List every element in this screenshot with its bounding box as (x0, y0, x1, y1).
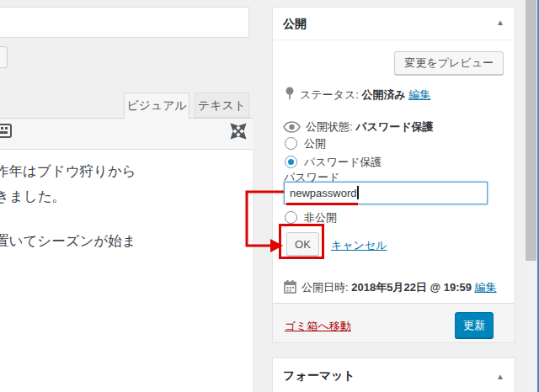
status-label: ステータス: (300, 88, 359, 101)
status-value: 公開済み (361, 88, 405, 101)
date-edit-link[interactable]: 編集 (475, 281, 497, 294)
fullscreen-icon[interactable] (230, 123, 247, 140)
radio-public[interactable] (285, 137, 297, 150)
cancel-link[interactable]: キャンセル (331, 238, 387, 253)
format-panel: フォーマット ▲ (272, 358, 515, 392)
annotation-arrow (240, 183, 287, 256)
collapse-panel-icon[interactable]: ▲ (496, 18, 504, 27)
eye-icon (283, 121, 301, 133)
publish-panel: 公開 ▲ 変更をプレビュー ステータス: 公開済み 編集 公開状態: パスワード… (272, 7, 515, 343)
update-button[interactable]: 更新 (455, 312, 494, 338)
status-edit-link[interactable]: 編集 (408, 88, 430, 101)
format-panel-title: フォーマット (273, 358, 515, 392)
publish-panel-title: 公開 (273, 8, 515, 40)
radio-row-public[interactable]: 公開 (285, 136, 326, 151)
radio-password-label: パスワード保護 (304, 156, 382, 168)
wordpress-post-editor-screen: ビジュアル テキスト 昨年はブドウ狩りから きました。 置いてシーズンが始ま 公… (0, 0, 539, 392)
radio-public-label: 公開 (304, 137, 326, 150)
radio-password-protected[interactable] (285, 156, 297, 168)
editor-content-area[interactable]: 昨年はブドウ狩りから きました。 置いてシーズンが始ま (0, 150, 253, 392)
calendar-icon (284, 280, 296, 294)
editor-toolbar (0, 118, 253, 150)
annotation-underline (286, 203, 358, 205)
tab-visual[interactable]: ビジュアル (124, 93, 189, 119)
visibility-label: 公開状態: (306, 120, 353, 133)
publish-date-row: 公開日時: 2018年5月22日 @ 19:59 編集 (284, 280, 497, 295)
publishing-actions-footer: ゴミ箱へ移動 更新 (273, 303, 515, 342)
status-row: ステータス: 公開済み 編集 (285, 87, 430, 103)
visibility-row: 公開状態: パスワード保護 (283, 119, 433, 135)
collapse-panel-icon[interactable]: ▲ (496, 372, 504, 381)
date-value: 2018年5月22日 @ 19:59 (351, 281, 472, 294)
text-caret (357, 186, 359, 199)
content-text-line: 置いてシーズンが始ま (0, 232, 136, 251)
move-to-trash-link[interactable]: ゴミ箱へ移動 (285, 319, 351, 334)
preview-changes-button[interactable]: 変更をプレビュー (394, 51, 504, 75)
add-media-button[interactable] (0, 46, 8, 68)
radio-row-password[interactable]: パスワード保護 (285, 155, 382, 170)
scrollbar-track[interactable] (526, 0, 536, 392)
date-label: 公開日時: (302, 281, 349, 294)
keyboard-icon[interactable] (0, 124, 12, 139)
content-text-line: きました。 (0, 188, 66, 206)
post-title-input[interactable] (0, 7, 249, 38)
password-input[interactable] (284, 182, 488, 204)
scrollbar-thumb[interactable] (526, 0, 536, 261)
visibility-value: パスワード保護 (355, 120, 433, 133)
content-text-line: 昨年はブドウ狩りから (0, 162, 136, 181)
radio-private-label: 非公開 (304, 211, 337, 224)
tab-text[interactable]: テキスト (195, 93, 249, 118)
pin-icon (285, 87, 295, 101)
